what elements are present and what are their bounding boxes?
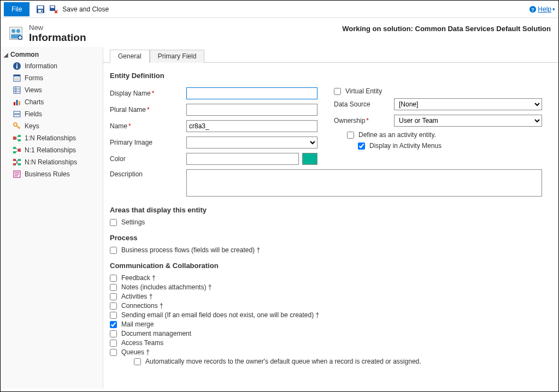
svg-rect-44 <box>13 159 16 161</box>
section-comm-collab: Communication & Collaboration <box>110 262 542 270</box>
svg-rect-41 <box>13 151 16 153</box>
settings-checkbox[interactable] <box>110 219 117 226</box>
doc-mgmt-checkbox[interactable] <box>110 330 117 337</box>
sidebar-item-n1-relationships[interactable]: N:1 Relationships <box>1 144 103 156</box>
sending-email-checkbox[interactable] <box>110 312 117 319</box>
color-input[interactable] <box>186 153 299 165</box>
save-close-button[interactable]: Save and Close <box>62 5 109 13</box>
svg-rect-3 <box>41 10 42 12</box>
settings-label: Settings <box>121 218 145 226</box>
svg-rect-35 <box>18 135 21 137</box>
section-areas: Areas that display this entity <box>110 206 542 214</box>
sidebar-item-label: Fields <box>25 110 42 118</box>
connections-checkbox[interactable] <box>110 302 117 310</box>
sidebar-item-label: 1:N Relationships <box>25 134 76 142</box>
doc-mgmt-label: Document management <box>121 330 191 337</box>
sidebar-item-keys[interactable]: Keys <box>1 120 103 132</box>
sidebar-item-fields[interactable]: Fields <box>1 108 103 120</box>
sidebar-item-views[interactable]: Views <box>1 84 103 96</box>
sidebar-item-1n-relationships[interactable]: 1:N Relationships <box>1 132 103 144</box>
ownership-select[interactable]: User or Team <box>394 115 542 127</box>
svg-rect-30 <box>14 115 20 117</box>
section-process: Process <box>110 234 542 242</box>
sidebar-group-label: Common <box>10 51 39 58</box>
save-icon[interactable] <box>36 5 45 14</box>
description-label: Description <box>110 169 186 178</box>
feedback-checkbox[interactable] <box>110 275 117 282</box>
svg-point-10 <box>16 29 20 33</box>
solution-context: Working on solution: Common Data Service… <box>342 23 551 33</box>
svg-rect-22 <box>14 87 20 93</box>
svg-rect-5 <box>51 6 55 8</box>
save-close-icon[interactable] <box>49 5 58 14</box>
new-label: New <box>29 23 86 32</box>
plural-name-input[interactable] <box>186 104 317 116</box>
sending-email-label: Sending email (If an email field does no… <box>121 311 319 319</box>
activities-checkbox[interactable] <box>110 293 117 300</box>
auto-move-checkbox[interactable] <box>134 358 141 365</box>
connections-label: Connections † <box>121 302 163 310</box>
tabs: General Primary Field <box>103 47 558 63</box>
sidebar-item-label: Charts <box>25 98 44 106</box>
svg-line-37 <box>16 136 18 138</box>
sidebar-item-information[interactable]: Information <box>1 60 103 72</box>
svg-line-38 <box>16 138 18 140</box>
sidebar-item-label: Forms <box>25 74 43 82</box>
auto-move-label: Automatically move records to the owner'… <box>145 358 421 365</box>
svg-rect-34 <box>13 136 16 140</box>
ownership-label: Ownership <box>334 117 365 124</box>
sidebar-item-label: N:N Relationships <box>25 158 77 166</box>
bpf-checkbox[interactable] <box>110 247 117 254</box>
queues-checkbox[interactable] <box>110 349 117 356</box>
name-input[interactable] <box>186 120 317 132</box>
notes-label: Notes (includes attachments) † <box>121 283 211 291</box>
sidebar-item-business-rules[interactable]: Business Rules <box>1 168 103 180</box>
sidebar-group-common[interactable]: ◢ Common <box>1 49 103 60</box>
activities-label: Activities † <box>121 293 152 300</box>
access-teams-label: Access Teams <box>121 339 163 347</box>
description-textarea[interactable] <box>186 169 542 197</box>
sidebar-item-nn-relationships[interactable]: N:N Relationships <box>1 156 103 168</box>
help-icon: ? <box>529 5 537 13</box>
access-teams-checkbox[interactable] <box>110 340 117 347</box>
help-link[interactable]: ? Help ▾ <box>529 5 555 13</box>
primary-image-select[interactable] <box>186 136 317 149</box>
svg-rect-14 <box>19 37 21 39</box>
virtual-entity-checkbox[interactable] <box>334 88 341 95</box>
tab-general[interactable]: General <box>110 50 150 63</box>
color-swatch[interactable] <box>302 153 317 165</box>
form-body[interactable]: Entity Definition Display Name* Plural N… <box>103 63 558 389</box>
svg-text:?: ? <box>531 6 534 12</box>
queues-label: Queues † <box>121 348 150 356</box>
sidebar-item-label: Views <box>25 86 42 94</box>
relationship-nn-icon <box>13 158 21 167</box>
sidebar-item-label: Business Rules <box>25 170 70 178</box>
svg-rect-46 <box>18 159 21 161</box>
svg-rect-45 <box>13 163 16 165</box>
file-menu[interactable]: File <box>4 2 30 16</box>
entity-icon <box>8 26 23 41</box>
svg-rect-40 <box>13 147 16 149</box>
color-label: Color <box>110 155 186 163</box>
data-source-select[interactable]: [None] <box>394 98 542 110</box>
chevron-down-icon: ▾ <box>552 7 555 12</box>
sidebar-item-charts[interactable]: Charts <box>1 96 103 108</box>
notes-checkbox[interactable] <box>110 284 117 291</box>
define-activity-checkbox[interactable] <box>347 132 354 139</box>
mail-merge-checkbox[interactable] <box>110 321 117 328</box>
main-panel: General Primary Field Entity Definition … <box>103 47 558 389</box>
svg-line-42 <box>16 148 18 150</box>
display-name-input[interactable] <box>186 87 317 99</box>
info-icon <box>13 62 21 70</box>
sidebar-item-label: N:1 Relationships <box>25 146 76 154</box>
sidebar-item-forms[interactable]: Forms <box>1 72 103 84</box>
tab-primary-field[interactable]: Primary Field <box>150 50 205 63</box>
svg-rect-39 <box>18 149 21 152</box>
charts-icon <box>13 98 21 106</box>
display-activity-menus-checkbox[interactable] <box>358 142 365 150</box>
svg-point-9 <box>11 29 15 33</box>
svg-rect-28 <box>19 101 20 105</box>
sidebar-item-label: Information <box>25 62 57 70</box>
forms-icon <box>13 74 21 82</box>
relationship-n1-icon <box>13 146 21 155</box>
